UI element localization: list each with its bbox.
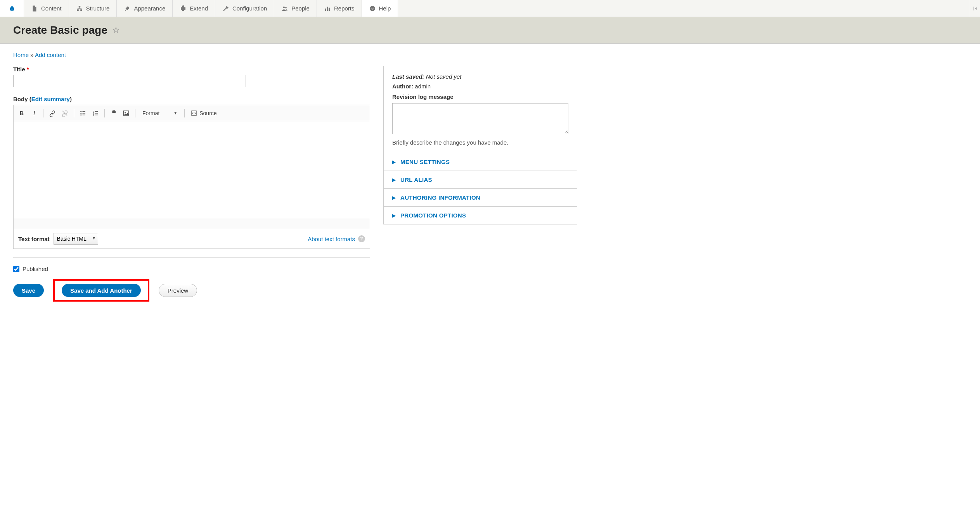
action-row: Save Save and Add Another Preview: [13, 279, 370, 302]
toolbar-configuration[interactable]: Configuration: [215, 0, 274, 17]
toolbar-content[interactable]: Content: [24, 0, 69, 17]
toolbar-appearance[interactable]: Appearance: [117, 0, 173, 17]
toolbar-separator: [135, 109, 135, 117]
triangle-right-icon: ▶: [392, 195, 396, 200]
svg-rect-8: [327, 7, 328, 11]
svg-point-12: [80, 111, 81, 112]
save-button[interactable]: Save: [13, 284, 44, 297]
toolbar-help[interactable]: ? Help: [362, 0, 398, 17]
italic-button[interactable]: I: [28, 107, 40, 119]
preview-button[interactable]: Preview: [159, 284, 197, 297]
blockquote-button[interactable]: ❝: [108, 107, 119, 119]
highlight-box: Save and Add Another: [53, 279, 149, 302]
published-checkbox[interactable]: [13, 266, 19, 272]
published-row: Published: [13, 266, 370, 272]
star-outline-icon[interactable]: ☆: [112, 25, 120, 35]
druplicon-icon: [9, 5, 16, 12]
side-meta-block: Last saved: Not saved yet Author: admin …: [384, 66, 577, 153]
bullet-list-button[interactable]: [77, 107, 89, 119]
svg-rect-4: [80, 9, 82, 11]
toolbar-extend-label: Extend: [190, 5, 208, 12]
accordion-url-alias[interactable]: ▶ URL ALIAS: [384, 171, 577, 188]
wrench-icon: [222, 5, 229, 12]
editor-path-bar: [14, 218, 370, 229]
chevron-down-icon: ▼: [173, 111, 177, 115]
toolbar-extend[interactable]: Extend: [173, 0, 215, 17]
author-label: Author:: [392, 83, 413, 90]
revision-log-textarea[interactable]: [392, 103, 568, 134]
image-icon: [123, 110, 130, 117]
help-icon: ?: [369, 5, 376, 12]
svg-text:?: ?: [371, 6, 374, 10]
breadcrumb-add-content[interactable]: Add content: [35, 52, 66, 58]
text-format-label: Text format: [18, 236, 50, 242]
number-list-icon: 123: [92, 110, 99, 117]
toolbar-structure-label: Structure: [86, 5, 110, 12]
accordion-promotion-options[interactable]: ▶ PROMOTION OPTIONS: [384, 206, 577, 224]
accordion-menu-settings[interactable]: ▶ MENU SETTINGS: [384, 153, 577, 171]
text-format-select[interactable]: Basic HTML: [54, 233, 98, 245]
bar-chart-icon: [324, 5, 331, 12]
toolbar-reports[interactable]: Reports: [317, 0, 362, 17]
toolbar-content-label: Content: [41, 5, 62, 12]
quote-icon: ❝: [112, 110, 116, 116]
svg-point-1: [12, 9, 13, 9]
breadcrumb-home[interactable]: Home: [13, 52, 29, 58]
bold-button[interactable]: B: [16, 107, 28, 119]
number-list-button[interactable]: 123: [90, 107, 101, 119]
triangle-right-icon: ▶: [392, 213, 396, 218]
format-dropdown[interactable]: Format ▼: [139, 107, 181, 119]
svg-text:3: 3: [93, 114, 94, 116]
svg-point-5: [283, 6, 285, 8]
unlink-button[interactable]: [59, 107, 71, 119]
title-label: Title *: [13, 66, 370, 72]
svg-rect-3: [77, 9, 79, 11]
author-row: Author: admin: [392, 83, 568, 90]
edit-summary-link[interactable]: Edit summary: [31, 96, 70, 102]
accordion-label: URL ALIAS: [400, 176, 432, 183]
toolbar-reports-label: Reports: [334, 5, 355, 12]
toolbar-people[interactable]: People: [274, 0, 317, 17]
source-button[interactable]: Source: [188, 107, 220, 119]
published-label: Published: [23, 266, 48, 272]
source-icon: [191, 110, 197, 116]
about-text-formats-link[interactable]: About text formats: [308, 236, 355, 242]
triangle-right-icon: ▶: [392, 177, 396, 183]
revision-log-description: Briefly describe the changes you have ma…: [392, 139, 568, 146]
editor-canvas[interactable]: [14, 121, 370, 218]
editor-box: B I 123: [13, 105, 370, 249]
accordion-label: AUTHORING INFORMATION: [400, 194, 480, 201]
author-value: admin: [415, 83, 431, 90]
toolbar-people-label: People: [291, 5, 310, 12]
svg-point-13: [80, 112, 81, 114]
triangle-right-icon: ▶: [392, 159, 396, 165]
format-dropdown-label: Format: [142, 110, 159, 116]
svg-point-19: [125, 112, 126, 113]
toolbar-appearance-label: Appearance: [134, 5, 165, 12]
help-circle-icon[interactable]: ?: [358, 235, 365, 242]
unlink-icon: [61, 110, 68, 117]
toolbar-collapse[interactable]: [970, 0, 980, 17]
toolbar-separator: [104, 109, 105, 117]
accordion-authoring-information[interactable]: ▶ AUTHORING INFORMATION: [384, 188, 577, 206]
sidebar-column: Last saved: Not saved yet Author: admin …: [383, 66, 577, 224]
link-button[interactable]: [47, 107, 58, 119]
title-input[interactable]: [13, 75, 246, 87]
svg-rect-7: [325, 9, 326, 11]
toolbar-structure[interactable]: Structure: [69, 0, 117, 17]
save-add-another-button[interactable]: Save and Add Another: [62, 284, 141, 297]
toolbar-help-label: Help: [379, 5, 391, 12]
image-button[interactable]: [120, 107, 132, 119]
editor-footer: Text format Basic HTML About text format…: [14, 229, 370, 248]
toolbar-separator: [43, 109, 43, 117]
people-icon: [281, 5, 288, 12]
toolbar-separator: [74, 109, 74, 117]
svg-point-0: [10, 9, 11, 9]
revision-log-label: Revision log message: [392, 93, 568, 100]
title-label-text: Title: [13, 66, 25, 72]
drupal-logo[interactable]: [0, 0, 24, 17]
collapse-arrow-icon: [973, 6, 978, 11]
page-header: Create Basic page ☆: [0, 17, 980, 44]
side-panel: Last saved: Not saved yet Author: admin …: [383, 66, 577, 224]
hierarchy-icon: [76, 5, 83, 12]
